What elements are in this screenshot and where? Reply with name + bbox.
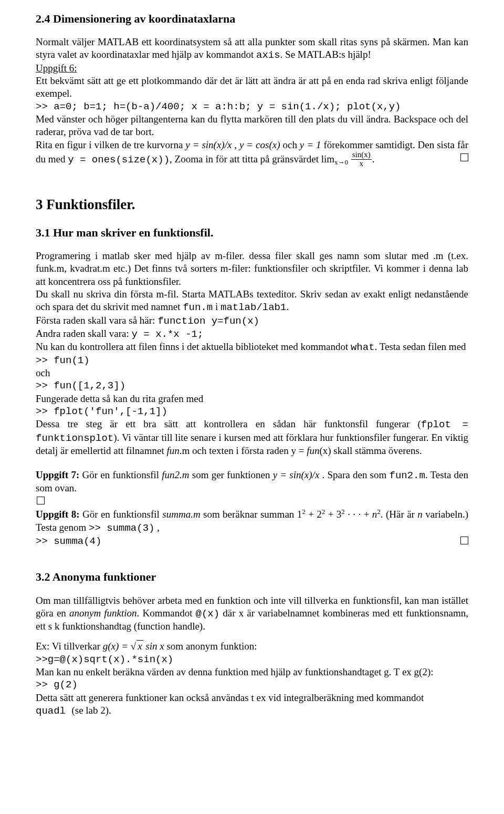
s32-p1: Om man tillfälligtvis behöver arbeta med… [36,594,468,633]
fraction: sin(x)x [351,151,372,168]
text: .m och texten i första raden y = [180,445,307,456]
text: Detta sätt att generera funktioner kan o… [36,692,424,703]
s31-p2: Du skall nu skriva din första m-fil. Sta… [36,288,468,314]
s31-p1: Programering i matlab sker med hjälp av … [36,250,468,288]
uppgift6-desc: Ett bekvämt sätt att ge ett plotkommando… [36,75,468,100]
text: Gör en funktionsfil [82,509,162,520]
s24-paragraph-intro: Normalt väljer MATLAB ett koordinatsyste… [36,36,468,62]
fraction-denominator: x [351,160,372,168]
s32-p2: Man kan nu enkelt beräkna värden av denn… [36,666,468,678]
code-summa3: >> summa(3) [89,522,154,534]
equation: 12 + 22 + 32 · · · + n2 [297,509,381,520]
uppgift6-p2: Med vänster och höger piltangenterna kan… [36,113,468,139]
text: (se lab 2). [71,705,111,716]
fraction-numerator: sin(x) [351,151,372,160]
code-quadl: quadl [36,705,71,717]
code-fun123: >> fun([1,2,3]) [36,379,468,392]
text: som beräknar summan [201,509,297,520]
label: Uppgift 6: [36,63,77,74]
label: Uppgift 8: [36,509,82,520]
section-3-heading: 3 Funktionsfiler. [36,195,468,214]
code-fun2m: fun2.m [390,470,425,481]
text: . (Här är [381,509,418,520]
text: Vi tillverkar [52,641,103,652]
code-atx: @(x) [196,608,220,620]
em-fun2m: fun2.m [162,469,189,480]
text: och [280,139,300,150]
s31-p7: Dessa tre steg är ett bra sätt att kontr… [36,418,468,457]
text: i [213,301,220,312]
uppgift6-code: >> a=0; b=1; h=(b-a)/400; x = a:h:b; y =… [36,100,468,113]
text: , [154,522,160,533]
text: Gör en funktionsfil [82,469,162,480]
section-3-2-heading: 3.2 Anonyma funktioner [36,570,468,584]
text: Normalt väljer MATLAB ett koordinatsyste… [36,36,468,60]
text: . [372,153,375,164]
equation: y = sin(x)/x [185,139,232,150]
text: , [232,139,239,150]
equation: y = sin(x)/x [273,469,320,480]
uppgift8: Uppgift 8: Gör en funktionsfil summa.m s… [36,508,468,548]
code-g-anon: >>g=@(x)sqrt(x).*sin(x) [36,653,468,666]
text: som ger funktionen [190,469,273,480]
em-fun2: fun [307,445,319,456]
text: . Kommandot [137,607,196,619]
uppgift7-endbox [36,495,468,508]
s31-line1: Första raden skall vara så här: function… [36,314,468,327]
limit-subscript: x→0 [334,158,348,166]
sqrt: √x [131,640,143,653]
code-body-line: y = x.*x -1; [132,328,204,340]
och-label: och [36,367,468,379]
code-summa4: >> summa(4) [36,535,101,547]
em-anonym: anonym funktion [69,607,137,619]
text: , Zooma in för att titta på gränsvärdet … [170,153,334,164]
code-fplot: >> fplot('fun',[-1,1]) [36,405,468,418]
eq-sinx: sin x [143,641,164,652]
text: . [286,301,289,312]
code-g2: >> g(2) [36,678,468,691]
uppgift6-label: Uppgift 6: [36,62,468,75]
label: Uppgift 7: [36,469,82,480]
end-box-icon [460,537,468,544]
em-fun: fun [167,445,180,456]
uppgift7: Uppgift 7: Gör en funktionsfil fun2.m so… [36,469,468,495]
code-fun1: >> fun(1) [36,354,468,367]
text: Rita en figur i vilken de tre kurvorna [36,139,185,150]
s32-p3: Detta sätt att generera funktioner kan o… [36,692,468,718]
code-function-line: function y=fun(x) [158,315,259,327]
s31-line2: Andra raden skall vara: y = x.*x -1; [36,327,468,341]
text: . Se MATLAB:s hjälp! [280,49,371,60]
equation: y = 1 [300,139,321,150]
s31-p6: Fungerade detta så kan du rita grafen me… [36,393,468,405]
code-what: what [351,342,375,353]
end-box-icon [37,497,45,504]
text: Andra raden skall vara: [36,328,132,339]
equation: y = cos(x) [239,139,280,150]
text: Första raden skall vara så här: [36,315,158,326]
code-path: matlab/lab1 [220,302,286,313]
s31-p5: Nu kan du kontrollera att filen finns i … [36,341,468,354]
eq-g: g(x) = [103,641,131,652]
section-2-4-heading: 2.4 Dimensionering av koordinataxlarna [36,12,468,26]
code-axis: axis [256,49,280,61]
section-3-1-heading: 3.1 Hur man skriver en funktionsfil. [36,225,468,240]
ex-label: Ex: [36,641,52,652]
text: Nu kan du kontrollera att filen finns i … [36,341,351,352]
s32-ex: Ex: Vi tillverkar g(x) = √x sin x som an… [36,640,468,653]
text: . Spara den som [319,469,389,480]
uppgift6-p3: Rita en figur i vilken de tre kurvorna y… [36,139,468,169]
code-ones: y = ones(size(x)) [68,154,170,166]
em-summa: summa.m [162,509,200,520]
text: som anonym funktion: [164,641,257,652]
code-funm: fun.m [183,302,213,313]
text: . Testa sedan filen med [375,341,466,352]
text: (x) skall stämma överens. [319,445,422,456]
end-box-icon [460,153,468,161]
var-n: n [417,509,423,520]
text: Dessa tre steg är ett bra sätt att kontr… [36,418,421,429]
